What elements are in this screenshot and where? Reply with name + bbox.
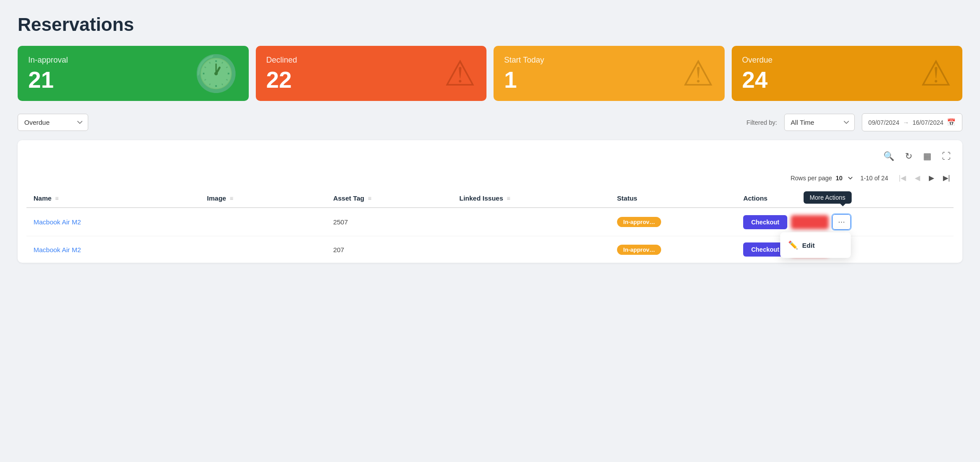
more-actions-dropdown-row1: ✏️ Edit <box>780 232 851 258</box>
col-header-asset-tag: Asset Tag ≡ <box>326 189 452 208</box>
stat-card-overdue[interactable]: Overdue 24 ⚠ <box>732 46 963 101</box>
edit-icon: ✏️ <box>788 240 798 250</box>
sort-icon-linked-issues[interactable]: ≡ <box>507 195 510 202</box>
next-page-button[interactable]: ▶ <box>925 172 938 184</box>
rows-per-page-label: Rows per page <box>790 175 832 182</box>
status-filter-dropdown[interactable]: Overdue In-approval Declined Start Today <box>18 114 88 131</box>
more-actions-wrapper-row1: More Actions ⋯ ✏️ Edit <box>832 214 851 230</box>
more-button-row1[interactable]: ⋯ <box>832 214 851 230</box>
stat-cards: In-approval 21 🕐 Declined 22 ⚠ Start Tod… <box>18 46 962 101</box>
filter-bar: Overdue In-approval Declined Start Today… <box>18 113 962 131</box>
pagination-nav: |◀ ◀ ▶ ▶| <box>895 172 954 184</box>
columns-icon: ▦ <box>923 151 931 161</box>
stat-label-declined: Declined <box>266 56 297 65</box>
col-header-image: Image ≡ <box>200 189 326 208</box>
cell-status-row2: In-approv… <box>610 236 736 263</box>
rows-per-page-select[interactable]: 10 25 50 100 <box>836 175 853 182</box>
columns-button[interactable]: ▦ <box>920 149 934 163</box>
decline-button-row1[interactable]: Decline <box>791 215 829 229</box>
col-header-status: Status <box>610 189 736 208</box>
fullscreen-button[interactable]: ⛶ <box>939 149 954 163</box>
cell-image-row1 <box>200 208 326 236</box>
stat-card-declined[interactable]: Declined 22 ⚠ <box>256 46 487 101</box>
calendar-icon: 📅 <box>947 118 956 127</box>
edit-dropdown-item[interactable]: ✏️ Edit <box>780 235 851 255</box>
stat-card-in-approval[interactable]: In-approval 21 🕐 <box>18 46 249 101</box>
search-icon: 🔍 <box>883 151 894 161</box>
pagination-bar: Rows per page 10 25 50 100 1-10 of 24 |◀… <box>26 168 954 189</box>
warning-icon-overdue: ⚠ <box>920 56 952 91</box>
col-header-name: Name ≡ <box>26 189 200 208</box>
warning-icon-declined: ⚠ <box>444 56 476 91</box>
pagination-info: 1-10 of 24 <box>860 175 888 182</box>
stat-card-start-today[interactable]: Start Today 1 ⚠ <box>494 46 725 101</box>
clock-icon: 🕐 <box>194 56 238 91</box>
date-range-picker[interactable]: 09/07/2024 → 16/07/2024 📅 <box>862 113 962 131</box>
col-header-linked-issues: Linked Issues ≡ <box>453 189 610 208</box>
edit-label: Edit <box>802 242 815 249</box>
stat-value-start-today: 1 <box>504 68 544 91</box>
name-link-row1[interactable]: Macbook Air M2 <box>34 218 81 226</box>
col-header-actions: Actions <box>736 189 954 208</box>
reservations-table: Name ≡ Image ≡ Asset Tag ≡ <box>26 189 954 263</box>
last-page-button[interactable]: ▶| <box>939 172 954 184</box>
refresh-icon: ↻ <box>905 151 913 161</box>
checkout-button-row1[interactable]: Checkout <box>743 215 787 229</box>
page-title: Reservations <box>18 14 962 35</box>
refresh-button[interactable]: ↻ <box>902 149 915 163</box>
stat-label-overdue: Overdue <box>742 56 773 65</box>
sort-icon-image[interactable]: ≡ <box>230 195 233 202</box>
cell-asset-tag-row1: 2507 <box>326 208 452 236</box>
cell-name-row2: Macbook Air M2 <box>26 236 200 263</box>
date-from: 09/07/2024 <box>868 119 899 126</box>
sort-icon-asset-tag[interactable]: ≡ <box>368 195 371 202</box>
cell-image-row2 <box>200 236 326 263</box>
cell-status-row1: In-approv… <box>610 208 736 236</box>
cell-linked-issues-row1 <box>453 208 610 236</box>
time-filter-dropdown[interactable]: All Time Today This Week This Month <box>784 114 855 131</box>
first-page-button[interactable]: |◀ <box>895 172 909 184</box>
table-container: 🔍 ↻ ▦ ⛶ Rows per page 10 25 50 100 1-10 … <box>18 140 962 263</box>
cell-asset-tag-row2: 207 <box>326 236 452 263</box>
sort-icon-name[interactable]: ≡ <box>55 195 59 202</box>
cell-linked-issues-row2 <box>453 236 610 263</box>
filtered-by-label: Filtered by: <box>747 119 777 126</box>
name-link-row2[interactable]: Macbook Air M2 <box>34 246 81 253</box>
stat-label-in-approval: In-approval <box>28 56 68 65</box>
status-badge-row2: In-approv… <box>617 245 661 255</box>
date-range-arrow: → <box>903 119 909 126</box>
stat-label-start-today: Start Today <box>504 56 544 65</box>
cell-actions-row1: Checkout Decline More Actions ⋯ ✏️ Edit <box>736 208 954 236</box>
stat-value-overdue: 24 <box>742 68 773 91</box>
table-row: Macbook Air M2 2507 In-approv… Checkout … <box>26 208 954 236</box>
status-badge-row1: In-approv… <box>617 217 661 227</box>
date-to: 16/07/2024 <box>913 119 943 126</box>
cell-name-row1: Macbook Air M2 <box>26 208 200 236</box>
fullscreen-icon: ⛶ <box>942 151 951 161</box>
warning-icon-start-today: ⚠ <box>682 56 714 91</box>
prev-page-button[interactable]: ◀ <box>911 172 924 184</box>
action-buttons-row1: Checkout Decline More Actions ⋯ ✏️ Edit <box>743 214 946 230</box>
search-button[interactable]: 🔍 <box>881 149 897 163</box>
stat-value-in-approval: 21 <box>28 68 68 91</box>
table-toolbar: 🔍 ↻ ▦ ⛶ <box>26 149 954 163</box>
stat-value-declined: 22 <box>266 68 297 91</box>
